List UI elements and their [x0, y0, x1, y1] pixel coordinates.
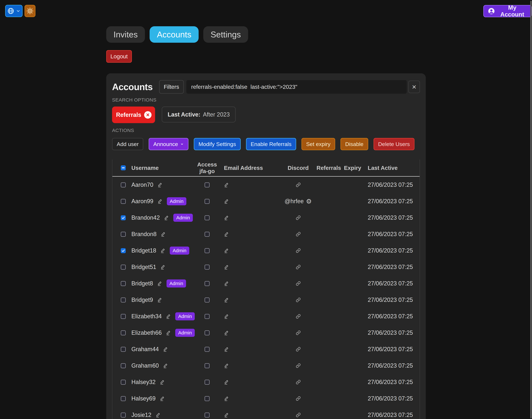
- row-select-checkbox[interactable]: [121, 232, 126, 237]
- discord-link-icon[interactable]: [296, 298, 301, 302]
- row-select-checkbox[interactable]: [121, 215, 126, 220]
- edit-username-icon[interactable]: [166, 314, 171, 319]
- edit-email-icon[interactable]: [224, 314, 229, 319]
- access-jfa-go-checkbox[interactable]: [205, 396, 210, 401]
- my-account-button[interactable]: My Account: [483, 5, 532, 17]
- filters-button[interactable]: Filters: [159, 80, 184, 94]
- admin-badge: Admin: [175, 329, 195, 337]
- edit-email-icon[interactable]: [224, 232, 229, 237]
- edit-username-icon[interactable]: [158, 199, 162, 204]
- tab-settings[interactable]: Settings: [203, 26, 248, 43]
- tab-invites[interactable]: Invites: [106, 26, 145, 43]
- edit-email-icon[interactable]: [224, 363, 229, 368]
- edit-email-icon[interactable]: [224, 248, 229, 253]
- edit-username-icon[interactable]: [158, 182, 162, 187]
- access-jfa-go-checkbox[interactable]: [205, 298, 210, 302]
- modify-settings-button[interactable]: Modify Settings: [194, 138, 240, 150]
- delete-users-button[interactable]: Delete Users: [373, 138, 415, 150]
- theme-toggle-button[interactable]: [25, 5, 36, 17]
- add-user-button[interactable]: Add user: [112, 138, 143, 150]
- discord-link-icon[interactable]: [296, 183, 301, 187]
- discord-link-icon[interactable]: [296, 215, 301, 220]
- edit-username-icon[interactable]: [160, 248, 165, 253]
- discord-link-icon[interactable]: [296, 314, 301, 319]
- referrals-filter-chip[interactable]: Referrals ×: [112, 106, 155, 123]
- select-all-checkbox[interactable]: [121, 165, 126, 170]
- access-jfa-go-checkbox[interactable]: [205, 330, 210, 335]
- edit-username-icon[interactable]: [161, 232, 166, 237]
- discord-link-icon[interactable]: [296, 396, 301, 401]
- row-select-checkbox[interactable]: [121, 330, 126, 335]
- row-select-checkbox[interactable]: [121, 396, 126, 401]
- edit-email-icon[interactable]: [224, 380, 229, 385]
- discord-link-icon[interactable]: [296, 363, 301, 368]
- last-active-filter-chip[interactable]: Last Active: After 2023: [162, 106, 236, 122]
- access-jfa-go-checkbox[interactable]: [205, 363, 210, 368]
- access-jfa-go-checkbox[interactable]: [205, 232, 210, 237]
- access-jfa-go-checkbox[interactable]: [205, 380, 210, 385]
- edit-email-icon[interactable]: [224, 264, 229, 270]
- disable-button[interactable]: Disable: [341, 138, 368, 150]
- edit-username-icon[interactable]: [157, 297, 162, 302]
- row-select-checkbox[interactable]: [121, 199, 126, 204]
- discord-link-icon[interactable]: [296, 232, 301, 236]
- discord-link-icon[interactable]: [296, 265, 301, 269]
- row-select-checkbox[interactable]: [121, 413, 126, 418]
- edit-email-icon[interactable]: [224, 199, 229, 204]
- access-jfa-go-checkbox[interactable]: [205, 248, 210, 253]
- row-select-checkbox[interactable]: [121, 380, 126, 385]
- access-jfa-go-checkbox[interactable]: [205, 347, 210, 352]
- discord-link-icon[interactable]: [296, 281, 301, 286]
- edit-email-icon[interactable]: [224, 182, 229, 187]
- access-jfa-go-checkbox[interactable]: [205, 314, 210, 319]
- edit-username-icon[interactable]: [164, 215, 169, 220]
- access-jfa-go-checkbox[interactable]: [205, 183, 210, 187]
- row-select-checkbox[interactable]: [121, 183, 126, 187]
- discord-link-icon[interactable]: [296, 413, 301, 417]
- access-jfa-go-checkbox[interactable]: [205, 281, 210, 286]
- edit-email-icon[interactable]: [224, 281, 229, 286]
- edit-username-icon[interactable]: [160, 396, 165, 401]
- access-jfa-go-checkbox[interactable]: [205, 215, 210, 220]
- gear-icon[interactable]: ⚙: [306, 198, 312, 205]
- edit-email-icon[interactable]: [224, 330, 229, 335]
- set-expiry-button[interactable]: Set expiry: [302, 138, 335, 150]
- access-jfa-go-checkbox[interactable]: [205, 413, 210, 418]
- edit-username-icon[interactable]: [160, 380, 165, 385]
- discord-link-icon[interactable]: [296, 330, 301, 335]
- edit-username-icon[interactable]: [156, 412, 160, 418]
- logout-button[interactable]: Logout: [106, 50, 132, 63]
- row-select-checkbox[interactable]: [121, 363, 126, 368]
- clear-search-button[interactable]: ×: [408, 80, 420, 93]
- discord-link-icon[interactable]: [296, 380, 301, 384]
- page-scrollbar[interactable]: [530, 1, 532, 418]
- edit-email-icon[interactable]: [224, 215, 229, 220]
- page-title: Accounts: [112, 81, 153, 92]
- edit-username-icon[interactable]: [166, 330, 171, 335]
- discord-link-icon[interactable]: [296, 347, 301, 352]
- access-jfa-go-checkbox[interactable]: [205, 265, 210, 270]
- scrollbar-thumb[interactable]: [530, 1, 532, 418]
- edit-email-icon[interactable]: [224, 412, 229, 418]
- row-select-checkbox[interactable]: [121, 248, 126, 253]
- edit-email-icon[interactable]: [224, 297, 229, 302]
- row-select-checkbox[interactable]: [121, 298, 126, 302]
- edit-email-icon[interactable]: [224, 396, 229, 401]
- discord-link-icon[interactable]: [296, 248, 301, 253]
- language-select-button[interactable]: [5, 5, 23, 17]
- edit-username-icon[interactable]: [157, 281, 162, 286]
- row-select-checkbox[interactable]: [121, 347, 126, 352]
- edit-username-icon[interactable]: [160, 264, 165, 270]
- row-select-checkbox[interactable]: [121, 281, 126, 286]
- announce-button[interactable]: Announce: [149, 138, 188, 150]
- edit-username-icon[interactable]: [163, 347, 168, 352]
- tab-accounts[interactable]: Accounts: [150, 26, 199, 43]
- access-jfa-go-checkbox[interactable]: [205, 199, 210, 204]
- row-select-checkbox[interactable]: [121, 314, 126, 319]
- edit-email-icon[interactable]: [224, 347, 229, 352]
- search-input[interactable]: [186, 80, 407, 94]
- row-select-checkbox[interactable]: [121, 265, 126, 270]
- edit-username-icon[interactable]: [163, 363, 168, 368]
- enable-referrals-button[interactable]: Enable Referrals: [246, 138, 296, 150]
- remove-filter-icon[interactable]: ×: [144, 111, 152, 118]
